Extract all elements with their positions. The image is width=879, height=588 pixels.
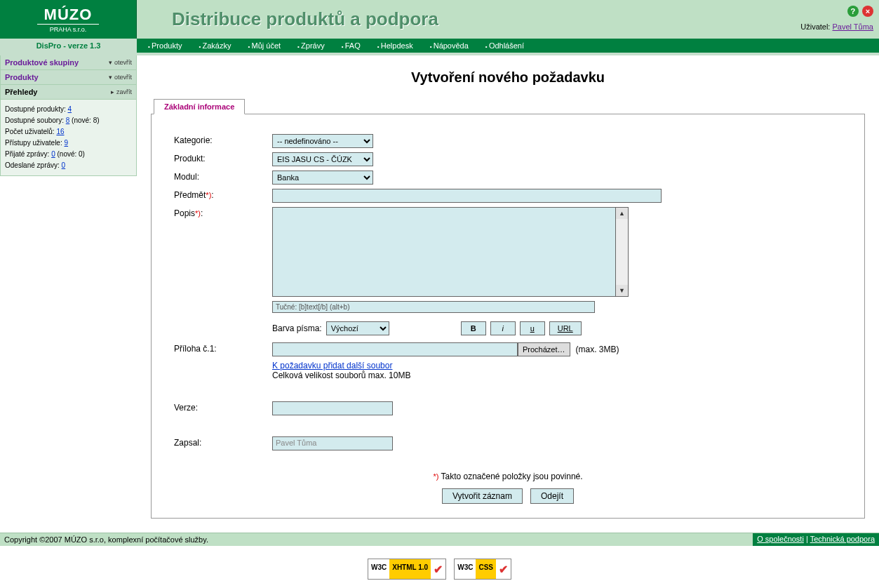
validator-badges: W3C XHTML 1.0 ✔ W3C CSS ✔ (0, 546, 879, 588)
required-note: *) Takto označené položky jsou povinné. (174, 472, 842, 481)
url-button[interactable]: URL (549, 321, 582, 335)
menu-napoveda[interactable]: Nápověda (422, 41, 477, 50)
user-label: Uživatel: (800, 22, 830, 31)
user-info: Uživatel: Pavel Tůma (800, 22, 873, 31)
page-title: Vytvoření nového požadavku (151, 69, 865, 86)
scroll-track[interactable] (616, 219, 628, 285)
label-subject: Předmět*): (174, 189, 272, 200)
logo: MÚZO PRAHA s.r.o. (0, 0, 137, 39)
create-button[interactable]: Vytvořit záznam (442, 488, 523, 504)
label-module: Modul: (174, 171, 272, 182)
bold-button[interactable]: B (461, 321, 486, 335)
main-menu: Produkty Zakázky Můj účet Zprávy FAQ Hel… (137, 39, 879, 53)
form-panel: Kategorie: -- nedefinováno -- Produkt: E… (151, 114, 865, 519)
stat-sent-link[interactable]: 0 (62, 161, 66, 169)
logo-main: MÚZO (37, 6, 100, 25)
tab-strip: Základní informace (151, 98, 865, 114)
header-banner: Distribuce produktů a podpora ? × Uživat… (137, 0, 879, 39)
user-link[interactable]: Pavel Tůma (833, 22, 874, 31)
italic-button[interactable]: i (490, 321, 516, 335)
menu-helpdesk[interactable]: Helpdesk (369, 41, 422, 50)
author-field: Pavel Tůma (272, 436, 393, 450)
stat-access-link[interactable]: 9 (65, 139, 69, 147)
close-icon[interactable]: × (862, 6, 873, 17)
stat-inbox-link[interactable]: 0 (51, 150, 55, 158)
add-file-link[interactable]: K požadavku přidat další soubor (272, 361, 392, 370)
menu-produkty[interactable]: Produkty (140, 41, 190, 50)
chevron-right-icon[interactable]: ▸ zavřít (111, 88, 132, 95)
sidebar-groups-head[interactable]: Produktové skupiny ▾ otevřít (0, 55, 137, 70)
stat-files-link[interactable]: 8 (66, 116, 70, 124)
label-font-color: Barva písma: (272, 323, 322, 333)
label-version: Verze: (174, 401, 272, 413)
label-author: Zapsal: (174, 436, 272, 448)
menu-odhlaseni[interactable]: Odhlášení (477, 41, 532, 50)
select-product[interactable]: EIS JASU CS - ČÚZK (272, 152, 373, 166)
input-version[interactable] (272, 401, 393, 415)
sidebar-overview-label: Přehledy (5, 88, 37, 96)
check-icon: ✔ (499, 563, 508, 576)
top-header: MÚZO PRAHA s.r.o. Distribuce produktů a … (0, 0, 879, 39)
select-category[interactable]: -- nedefinováno -- (272, 134, 373, 148)
menu-zpravy[interactable]: Zprávy (289, 41, 333, 50)
underline-button[interactable]: u (520, 321, 545, 335)
version-bar: DisPro - verze 1.3 (0, 39, 137, 53)
copyright-text: Copyright ©2007 MÚZO s.r.o, komplexní po… (4, 535, 208, 544)
chevron-down-icon[interactable]: ▾ otevřít (109, 74, 132, 81)
scroll-up-icon[interactable]: ▲ (616, 208, 628, 219)
file-input[interactable] (272, 342, 518, 356)
input-subject[interactable] (272, 189, 662, 203)
app-title: Distribuce produktů a podpora (172, 8, 438, 30)
browse-button[interactable]: Procházet… (518, 342, 570, 356)
scrollbar[interactable]: ▲ ▼ (616, 207, 629, 297)
chevron-down-icon[interactable]: ▾ otevřít (109, 59, 132, 66)
leave-button[interactable]: Odejít (530, 488, 574, 504)
sidebar-overview-head[interactable]: Přehledy ▸ zavřít (0, 85, 137, 100)
label-category: Kategorie: (174, 134, 272, 145)
format-hint: Tučné: [b]text[/b] (alt+b) (272, 301, 595, 313)
badge-xhtml[interactable]: W3C XHTML 1.0 ✔ (368, 559, 446, 580)
select-module[interactable]: Banka (272, 171, 373, 185)
help-icon[interactable]: ? (847, 6, 859, 17)
max-attach-note: (max. 3MB) (576, 345, 619, 354)
menu-faq[interactable]: FAQ (333, 41, 369, 50)
label-description: Popis*): (174, 207, 272, 218)
scroll-down-icon[interactable]: ▼ (616, 285, 628, 296)
stat-users-link[interactable]: 16 (56, 128, 64, 135)
footer: Copyright ©2007 MÚZO s.r.o, komplexní po… (0, 533, 879, 546)
menu-muj-ucet[interactable]: Můj účet (239, 41, 289, 50)
badge-css[interactable]: W3C CSS ✔ (454, 559, 511, 580)
total-size-note: Celková velikost souborů max. 10MB (272, 370, 410, 380)
sidebar-groups-label: Produktové skupiny (5, 58, 79, 67)
sidebar: Produktové skupiny ▾ otevřít Produkty ▾ … (0, 55, 137, 533)
tab-basic-info[interactable]: Základní informace (154, 99, 245, 114)
logo-sub: PRAHA s.r.o. (50, 26, 87, 33)
sidebar-products-label: Produkty (5, 73, 39, 81)
label-attachment: Příloha č.1: (174, 342, 272, 354)
footer-support-link[interactable]: Technická podpora (810, 535, 875, 543)
stat-products-link[interactable]: 4 (68, 105, 72, 113)
check-icon: ✔ (434, 563, 443, 576)
label-product: Produkt: (174, 152, 272, 163)
menu-zakazky[interactable]: Zakázky (190, 41, 239, 50)
footer-about-link[interactable]: O společnosti (757, 535, 804, 543)
select-font-color[interactable]: Výchozí (326, 321, 389, 335)
content-area: Vytvoření nového požadavku Základní info… (137, 55, 879, 533)
textarea-description[interactable] (272, 207, 616, 297)
sidebar-stats: Dostupné produkty: 4 Dostupné soubory: 8… (0, 100, 137, 176)
sidebar-products-head[interactable]: Produkty ▾ otevřít (0, 70, 137, 85)
